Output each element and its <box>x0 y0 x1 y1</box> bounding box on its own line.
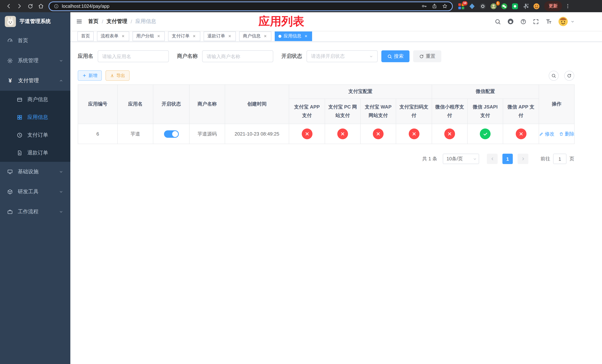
page-size-select[interactable]: 10条/页 <box>443 154 479 164</box>
extension-icon-green-square[interactable] <box>512 3 518 10</box>
breadcrumb-separator: / <box>131 19 132 24</box>
sidebar-item-payment[interactable]: ¥ 支付管理 <box>0 71 70 91</box>
chevron-down-icon <box>369 54 373 58</box>
github-icon[interactable] <box>507 18 514 25</box>
sidebar-item-merchant-info[interactable]: 商户信息 <box>0 91 70 108</box>
extension-icon-avatar[interactable]: 1 <box>490 3 497 10</box>
sidebar-item-pay-order[interactable]: 支付订单 <box>0 126 70 144</box>
chevron-down-icon <box>59 190 63 194</box>
tab-label: 应用信息 <box>284 33 301 39</box>
breadcrumb-payment[interactable]: 支付管理 <box>107 18 127 25</box>
tab-label: 流程表单 <box>101 33 118 39</box>
fullscreen-icon[interactable] <box>533 18 539 25</box>
app-logo[interactable]: 芋道管理系统 <box>0 12 70 31</box>
browser-menu-icon[interactable] <box>565 3 570 9</box>
tab-merchant-info[interactable]: 商户信息 <box>239 31 271 41</box>
close-icon[interactable] <box>263 34 268 39</box>
browser-update-button[interactable]: 更新 <box>544 1 562 11</box>
omnibox-actions <box>421 3 448 9</box>
col-wechat-mini: 微信小程序支付 <box>432 99 467 124</box>
extension-icon-grid[interactable]: 10 <box>458 3 465 10</box>
chevron-up-icon <box>59 78 63 83</box>
tab-label: 用户分组 <box>136 33 154 39</box>
font-size-icon[interactable] <box>545 18 552 25</box>
edit-button[interactable]: 修改 <box>539 130 554 137</box>
cell-wechat-mini <box>432 124 467 144</box>
sidebar-item-dev-tools[interactable]: 研发工具 <box>0 182 70 202</box>
address-bar[interactable]: localhost:1024/pay/app <box>49 1 453 11</box>
wechat-app-status-icon <box>516 128 526 139</box>
breadcrumb-separator: / <box>102 19 103 24</box>
pagination-jumper: 前往 页 <box>540 154 574 164</box>
tab-refund-order[interactable]: 退款订单 <box>204 31 236 41</box>
alipay-qr-status-icon <box>408 128 419 139</box>
app-name-input[interactable] <box>102 54 164 59</box>
user-avatar[interactable] <box>558 17 568 26</box>
tab-user-group[interactable]: 用户分组 <box>133 31 165 41</box>
reset-button[interactable]: 重置 <box>413 50 441 62</box>
page-size-value: 10条/页 <box>447 156 463 162</box>
tab-home[interactable]: 首页 <box>77 31 94 41</box>
bookmark-star-icon[interactable] <box>442 3 448 9</box>
delete-button[interactable]: 删除 <box>559 130 574 137</box>
search-icon[interactable] <box>495 18 501 25</box>
add-button[interactable]: 新增 <box>78 70 102 81</box>
home-button[interactable] <box>36 1 46 11</box>
extension-icon-wechat[interactable] <box>501 3 508 10</box>
back-button[interactable] <box>4 1 14 11</box>
password-key-icon[interactable] <box>421 3 427 9</box>
plus-icon <box>82 73 87 78</box>
forward-button[interactable] <box>14 1 24 11</box>
extension-icon-dark-circle[interactable] <box>479 3 486 10</box>
refresh-table-button[interactable] <box>564 71 574 81</box>
sidebar-item-infrastructure[interactable]: 基础设施 <box>0 162 70 182</box>
cell-create-time: 2021-10-23 08:49:25 <box>225 124 289 144</box>
reload-button[interactable] <box>25 1 35 11</box>
browser-window: localhost:1024/pay/app 10 1 更新 <box>0 0 602 364</box>
tab-process-form[interactable]: 流程表单 <box>97 31 129 41</box>
status-select[interactable]: 请选择开启状态 <box>307 50 378 62</box>
status-toggle[interactable] <box>164 130 179 138</box>
extension-icon-puzzle[interactable] <box>522 3 529 10</box>
sidebar-item-workflow[interactable]: 工作流程 <box>0 202 70 222</box>
toggle-search-button[interactable] <box>549 71 559 81</box>
search-form: 应用名 商户名称 开启状态 请选择开启状态 搜索 重置 <box>78 50 574 62</box>
col-merchant-name: 商户名称 <box>189 85 225 124</box>
close-icon[interactable] <box>156 34 161 39</box>
page-number-1[interactable]: 1 <box>502 154 513 164</box>
sidebar-item-refund-order[interactable]: 退款订单 <box>0 144 70 162</box>
active-tab-dot <box>279 35 281 38</box>
breadcrumb: 首页 / 支付管理 / 应用信息 <box>88 18 156 25</box>
prev-page-button[interactable] <box>487 154 498 164</box>
close-icon[interactable] <box>227 34 232 39</box>
sidebar-item-home[interactable]: 首页 <box>0 31 70 51</box>
merchant-name-label: 商户名称 <box>177 53 198 60</box>
cell-alipay-qr <box>396 124 432 144</box>
alipay-app-status-icon <box>301 128 312 139</box>
extension-icon-emoji[interactable] <box>533 3 540 10</box>
search-icon <box>387 54 392 59</box>
gear-icon <box>7 58 13 64</box>
app-title: 芋道管理系统 <box>20 18 51 25</box>
dashboard-icon <box>7 38 13 44</box>
merchant-name-input[interactable] <box>207 54 269 59</box>
close-icon[interactable] <box>304 34 308 39</box>
goto-page-input[interactable] <box>553 154 567 164</box>
tab-app-info[interactable]: 应用信息 <box>275 31 312 41</box>
help-icon[interactable] <box>520 18 527 25</box>
user-menu[interactable] <box>558 17 575 26</box>
close-icon[interactable] <box>121 34 126 39</box>
sidebar-item-app-info[interactable]: 应用信息 <box>0 108 70 126</box>
url-text[interactable]: localhost:1024/pay/app <box>62 3 418 9</box>
extension-icon-blue[interactable] <box>469 3 475 10</box>
next-page-button[interactable] <box>517 154 528 164</box>
tab-pay-order[interactable]: 支付订单 <box>168 31 200 41</box>
site-info-icon[interactable] <box>54 3 59 9</box>
hamburger-icon[interactable] <box>70 12 88 31</box>
export-button[interactable]: 导出 <box>106 70 129 81</box>
search-button[interactable]: 搜索 <box>381 50 409 62</box>
share-icon[interactable] <box>432 3 437 9</box>
close-icon[interactable] <box>192 34 197 39</box>
sidebar-item-system[interactable]: 系统管理 <box>0 51 70 71</box>
breadcrumb-home[interactable]: 首页 <box>88 18 98 25</box>
